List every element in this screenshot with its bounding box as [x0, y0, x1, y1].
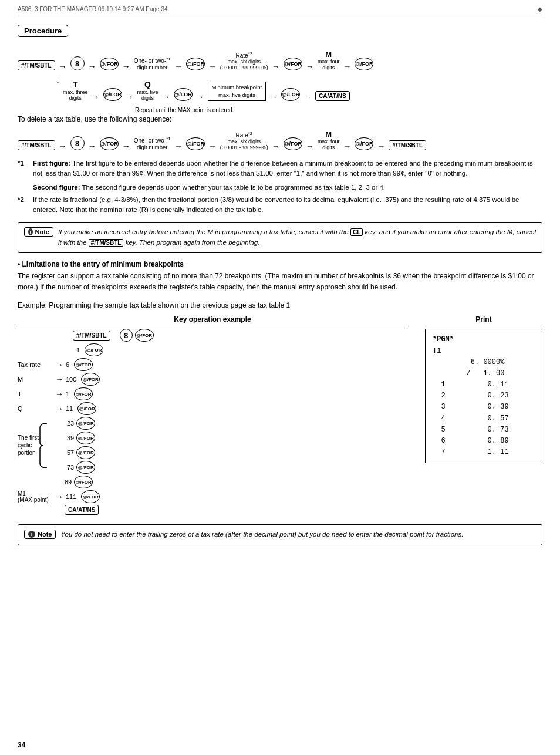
arrow-7: → [306, 62, 314, 70]
key-op-for-m: @/FOR [81, 373, 100, 386]
m1-label: M1(MAX point) [18, 490, 53, 503]
print-line-1: T1 [433, 346, 535, 357]
key-tm-sbtl-2: #/TM/SBTL [18, 140, 55, 150]
key-op-row-m: M → 100 @/FOR [18, 373, 407, 386]
brace-icon [39, 422, 48, 469]
arrow-9: → [92, 93, 100, 101]
key-tm-sbtl-1: #/TM/SBTL [18, 60, 55, 70]
key-op-row-tax: Tax rate → 6 @/FOR [18, 358, 407, 371]
arrow-d5: → [208, 142, 217, 150]
key-op-row-0: #/TM/SBTL 8 @/FOR [18, 329, 407, 342]
header-text: A506_3 FOR THE MANAGER 09.10.14 9:27 AM … [18, 6, 168, 12]
arrow-t: → [55, 389, 63, 399]
arrow-3: → [122, 62, 130, 70]
note1-text: If you make an incorrect entry before en… [58, 227, 536, 248]
print-line-7: 4 0. 57 [433, 413, 535, 424]
delete-seq-section: To delete a tax table, use the following… [18, 114, 542, 150]
key-op-row-cyclic: The firstcyclicportion 23@/FOR 39@/FOR [18, 417, 407, 474]
print-line-2: 6. 0000% [433, 357, 535, 368]
key-op-for-tax: @/FOR [74, 358, 93, 371]
key-for-2: @/FOR [186, 58, 205, 70]
key-for-23: @/FOR [76, 417, 95, 430]
key-op-for-q: @/FOR [77, 402, 96, 415]
key-op-ca-at-ns: CA/AT/NS [65, 505, 99, 515]
arrow-12: → [196, 93, 204, 101]
arrow-d4: → [174, 142, 183, 150]
key-op-col: Key operation example #/TM/SBTL 8 @/FOR … [18, 315, 407, 515]
fn2-item: *2 If the rate is fractional (e.g. 4-3/8… [18, 195, 542, 215]
key-op-for-0: @/FOR [135, 329, 154, 342]
arrow-5: → [208, 62, 217, 70]
example-section: Key operation example #/TM/SBTL 8 @/FOR … [18, 315, 542, 515]
page-number: 34 [18, 741, 25, 749]
note-cl-key: CL [350, 228, 363, 236]
arrow-d2: → [88, 142, 96, 150]
fn1-label2: Second figure: [33, 184, 80, 191]
key-for-73: @/FOR [76, 461, 95, 474]
key-8-1: 8 [70, 56, 85, 70]
arrow-11: → [162, 93, 170, 101]
fn1-label2-row: Second figure: The second figure depends… [33, 183, 542, 193]
key-for-89: @/FOR [74, 476, 93, 488]
arrow-d9: → [377, 142, 385, 150]
arrow-d3: → [122, 142, 130, 150]
fn1-item: *1 First figure: The first figure to be … [18, 159, 542, 179]
key-tm-sbtl-end: #/TM/SBTL [389, 140, 426, 150]
label-q-1: Q max. fivedigits [137, 80, 158, 101]
q-label: Q [18, 405, 53, 412]
arrow-1: → [59, 62, 67, 70]
key-op-row-ca: CA/AT/NS [18, 505, 407, 515]
fn1-text2: The second figure depends upon whether y… [82, 184, 386, 191]
key-for-1: @/FOR [100, 58, 119, 70]
fn1-label1: First figure: [33, 160, 70, 167]
print-line-10: 7 1. 11 [433, 447, 535, 458]
fn2-marker: *2 [18, 195, 29, 215]
procedure-label: Procedure [18, 25, 68, 37]
repeat-note: Repeat until the MAX point is entered. [135, 107, 234, 113]
cyclic-label: The firstcyclicportion [18, 434, 39, 457]
fn2-text: If the rate is fractional (e.g. 4-3/8%),… [33, 195, 542, 215]
limitations-text: The register can support a tax table con… [18, 271, 542, 293]
cyclic-row-23: 23@/FOR [67, 417, 95, 430]
key-op-for-1: @/FOR [85, 343, 103, 356]
arrow-m1: → [55, 492, 63, 501]
limitations-heading: • Limitations to the entry of minimum br… [18, 260, 542, 268]
arrow-13: → [269, 93, 278, 101]
arrow-d1: → [59, 142, 67, 150]
key-op-row-q: Q → 11 @/FOR [18, 402, 407, 415]
tax-rate-label: Tax rate [18, 361, 53, 368]
key-op-row-89: 89 @/FOR [18, 476, 407, 488]
fn1-text1: The first figure to be entered depends u… [33, 160, 533, 177]
arrow-10: → [126, 93, 134, 101]
key-op-header: Key operation example [18, 315, 407, 325]
delete-seq-text: To delete a tax table, use the following… [18, 114, 542, 125]
arrow-8: → [343, 62, 351, 70]
print-line-8: 5 0. 73 [433, 424, 535, 436]
print-line-4: 1 0. 11 [433, 379, 535, 390]
label-t-1: T max. threedigits [63, 80, 88, 101]
label-m-1: M max. fourdigits [318, 50, 340, 70]
cyclic-values: 23@/FOR 39@/FOR 57@/FOR 73@/FOR [67, 417, 95, 474]
label-one-two-1: One- or two-*1digit number [134, 56, 171, 70]
page-container: A506_3 FOR THE MANAGER 09.10.14 9:27 AM … [0, 0, 560, 755]
arrow-q: → [55, 404, 63, 413]
print-line-6: 3 0. 39 [433, 402, 535, 413]
label-rate-1: Rate*2 max. six digits(0.0001 - 99.9999%… [220, 51, 268, 70]
arrow-d8: → [343, 142, 351, 150]
note2-icon: i [28, 531, 35, 538]
arrow-2: → [88, 62, 96, 70]
footnotes-section: *1 First figure: The first figure to be … [18, 159, 542, 215]
key-for-d3: @/FOR [284, 137, 302, 150]
fn1-marker: *1 [18, 159, 29, 179]
label-one-two-2: One- or two-*1digit number [134, 136, 171, 150]
key-ca-at-ns-1: CA/AT/NS [315, 91, 349, 101]
print-line-5: 2 0. 23 [433, 390, 535, 402]
key-op-row-t: T → 1 @/FOR [18, 387, 407, 400]
note2-box: i Note You do not need to enter the trai… [18, 524, 542, 545]
key-op-rows: #/TM/SBTL 8 @/FOR 1 @/FOR Tax rate → 6 @… [18, 329, 407, 515]
cyclic-row-73: 73@/FOR [67, 461, 95, 474]
key-for-5: @/FOR [103, 88, 122, 101]
example-intro: Example: Programming the sample tax tabl… [18, 301, 542, 309]
cyclic-row-57: 57@/FOR [67, 446, 95, 459]
note2-text: You do not need to enter the trailing ze… [60, 530, 463, 540]
